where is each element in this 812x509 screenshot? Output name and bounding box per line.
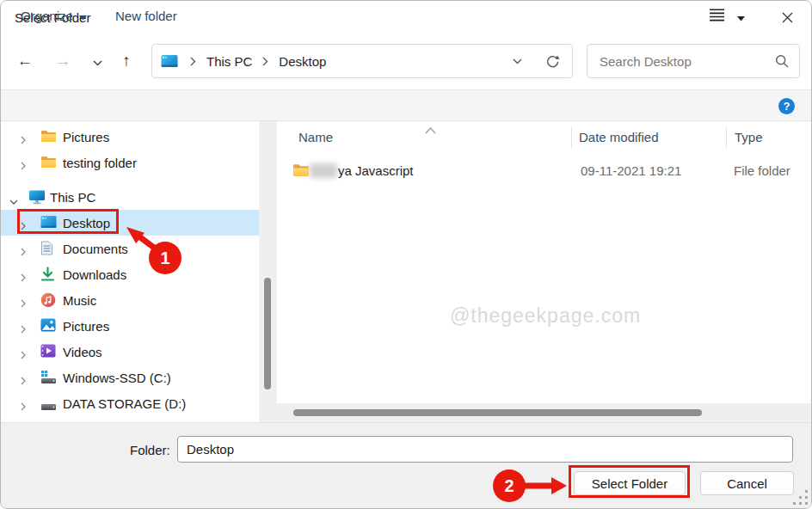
sidebar-item-label: Windows-SSD (C:) bbox=[63, 371, 171, 385]
chevron-right-icon[interactable] bbox=[21, 218, 26, 234]
filelist-scrollbar-thumb[interactable] bbox=[293, 409, 702, 416]
chevron-right-icon[interactable] bbox=[21, 347, 26, 363]
up-button[interactable]: ↑ bbox=[114, 49, 138, 73]
new-folder-button[interactable]: New folder bbox=[115, 1, 177, 31]
sidebar-item-label: Documents bbox=[63, 242, 128, 256]
forward-button[interactable]: → bbox=[51, 49, 75, 73]
caret-down-icon bbox=[737, 9, 745, 24]
file-row-javascript-folder[interactable]: ya Javascript 09-11-2021 19:21 File fold… bbox=[285, 158, 801, 184]
chevron-right-icon[interactable] bbox=[21, 270, 26, 285]
sidebar-item-documents[interactable]: Documents bbox=[1, 236, 259, 261]
sidebar-item-label: Videos bbox=[63, 345, 102, 359]
sidebar-item-label: Desktop bbox=[63, 216, 110, 230]
filelist-scrollbar-track[interactable] bbox=[277, 403, 812, 422]
sidebar-scrollbar-thumb[interactable] bbox=[264, 278, 271, 389]
close-icon bbox=[782, 12, 793, 26]
sidebar-item-videos[interactable]: Videos bbox=[1, 339, 259, 365]
chevron-right-icon[interactable] bbox=[21, 158, 26, 174]
back-arrow-icon: ← bbox=[17, 52, 34, 70]
column-header-name[interactable]: Name bbox=[298, 130, 333, 144]
sidebar-item-desktop[interactable]: Desktop bbox=[1, 210, 259, 236]
address-bar[interactable]: This PC Desktop bbox=[151, 44, 573, 78]
file-name: ya Javascript bbox=[338, 163, 414, 178]
breadcrumb-separator-icon bbox=[183, 57, 203, 66]
documents-icon bbox=[40, 241, 53, 259]
videos-icon bbox=[40, 344, 56, 361]
chevron-right-icon[interactable] bbox=[21, 296, 26, 311]
downloads-icon bbox=[40, 267, 55, 285]
sidebar-item-this-pc[interactable]: This PC bbox=[1, 184, 259, 210]
command-bar bbox=[1, 89, 811, 121]
column-divider[interactable] bbox=[726, 126, 727, 148]
search-box[interactable] bbox=[587, 44, 800, 78]
breadcrumb-desktop[interactable]: Desktop bbox=[275, 54, 329, 69]
select-folder-button[interactable]: Select Folder bbox=[574, 471, 686, 495]
forward-arrow-icon: → bbox=[55, 52, 71, 70]
chevron-right-icon[interactable] bbox=[21, 132, 26, 148]
chevron-right-icon[interactable] bbox=[21, 322, 26, 337]
column-header-type[interactable]: Type bbox=[735, 130, 763, 144]
desktop-location-icon bbox=[161, 54, 178, 68]
folder-icon bbox=[40, 129, 57, 146]
folder-name-input[interactable] bbox=[177, 436, 793, 463]
up-arrow-icon: ↑ bbox=[122, 52, 131, 70]
sidebar-item-pictures-folder[interactable]: Pictures bbox=[1, 124, 259, 150]
sidebar-item-label: testing folder bbox=[63, 156, 137, 170]
breadcrumb-this-pc[interactable]: This PC bbox=[203, 54, 255, 69]
this-pc-monitor-icon bbox=[28, 189, 46, 208]
details-view-icon bbox=[710, 9, 724, 24]
recent-locations-button[interactable] bbox=[85, 49, 109, 73]
question-mark-icon: ? bbox=[784, 100, 790, 113]
file-date-modified: 09-11-2021 19:21 bbox=[581, 163, 681, 178]
cancel-button[interactable]: Cancel bbox=[700, 471, 794, 495]
search-icon bbox=[775, 54, 789, 68]
resize-grip-icon[interactable] bbox=[793, 490, 809, 509]
folder-field-label: Folder: bbox=[130, 443, 170, 457]
footer: Folder: Select Folder Cancel bbox=[1, 422, 811, 509]
refresh-icon[interactable] bbox=[544, 53, 560, 69]
column-divider[interactable] bbox=[571, 126, 572, 148]
help-button[interactable]: ? bbox=[778, 98, 795, 114]
drive-icon bbox=[40, 399, 57, 414]
organize-button[interactable]: Organize bbox=[21, 1, 87, 31]
sidebar-item-data-storage[interactable]: DATA STORAGE (D:) bbox=[1, 390, 259, 416]
chevron-right-icon[interactable] bbox=[21, 399, 26, 414]
watermark: @thegeekpage.com bbox=[278, 304, 812, 328]
chevron-down-icon[interactable] bbox=[9, 193, 18, 208]
chevron-down-icon bbox=[93, 52, 102, 70]
music-icon bbox=[40, 292, 56, 311]
file-type: File folder bbox=[734, 163, 790, 178]
organize-label: Organize bbox=[21, 9, 73, 23]
select-folder-dialog: Select Folder ← → ↑ This PC Desktop bbox=[0, 0, 812, 509]
chevron-right-icon[interactable] bbox=[21, 373, 26, 389]
sidebar-item-label: Downloads bbox=[63, 267, 126, 282]
folder-icon bbox=[40, 155, 57, 172]
windows-drive-icon bbox=[40, 370, 57, 388]
sidebar-scrollbar-track[interactable] bbox=[259, 121, 277, 422]
close-button[interactable] bbox=[775, 8, 799, 30]
caret-down-icon bbox=[79, 9, 87, 23]
chevron-right-icon[interactable] bbox=[21, 244, 26, 260]
back-button[interactable]: ← bbox=[13, 49, 37, 73]
new-folder-label: New folder bbox=[115, 9, 177, 23]
breadcrumb-separator-icon bbox=[255, 57, 275, 66]
sidebar-item-windows-ssd[interactable]: Windows-SSD (C:) bbox=[1, 365, 259, 390]
sidebar-item-label: DATA STORAGE (D:) bbox=[63, 396, 186, 411]
details-view-button[interactable] bbox=[710, 7, 724, 26]
sidebar-item-testing-folder[interactable]: testing folder bbox=[1, 150, 259, 175]
sidebar-item-label: This PC bbox=[50, 190, 95, 205]
view-options-caret-button[interactable] bbox=[737, 7, 745, 26]
sidebar-item-label: Music bbox=[63, 293, 96, 308]
address-dropdown-icon[interactable] bbox=[513, 58, 522, 64]
sidebar-item-label: Pictures bbox=[63, 319, 109, 334]
search-input[interactable] bbox=[598, 53, 775, 70]
sidebar-item-music[interactable]: Music bbox=[1, 287, 259, 313]
sidebar-item-pictures[interactable]: Pictures bbox=[1, 313, 259, 339]
sort-chevron-icon bbox=[425, 122, 436, 138]
redacted-name-blur bbox=[310, 163, 337, 178]
desktop-icon bbox=[40, 215, 57, 232]
sidebar-item-label: Pictures bbox=[63, 130, 109, 144]
sidebar-item-downloads[interactable]: Downloads bbox=[1, 261, 259, 287]
column-header-date-modified[interactable]: Date modified bbox=[579, 130, 659, 144]
pictures-icon bbox=[40, 318, 56, 335]
